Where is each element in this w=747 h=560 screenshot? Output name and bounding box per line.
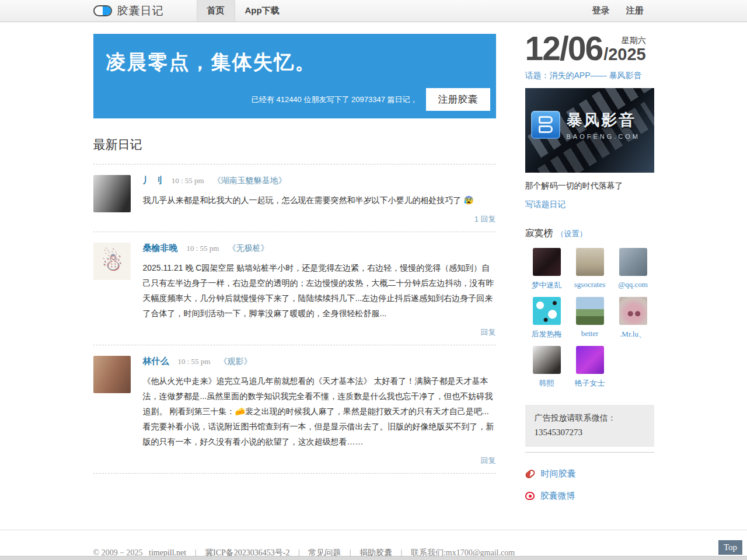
user-cell: 艳子女士 <box>568 346 612 388</box>
user-cell: better <box>568 297 612 340</box>
logo[interactable]: 胶囊日记 <box>93 0 164 22</box>
notebook-link[interactable]: 《无极桩》 <box>228 243 268 254</box>
user-cell: 韩熙 <box>525 346 568 388</box>
user-name-link[interactable]: 梦中迷乱 <box>532 280 562 290</box>
banner-headline: 凌晨零点，集体失忆。 <box>106 49 490 76</box>
banner-stats: 已经有 412440 位朋友写下了 20973347 篇日记， <box>252 94 418 105</box>
username-link[interactable]: 丿 刂 <box>143 175 163 186</box>
reply-link[interactable]: 回复 <box>481 456 496 465</box>
baofeng-brand-text: 暴风影音 <box>567 110 641 131</box>
auth-links: 登录 注册 <box>592 0 654 22</box>
time-capsule-link[interactable]: 时间胶囊 <box>525 468 654 480</box>
entry-content: 《他从火光中走来》追完立马追几年前就想看的《天才基本法》 太好看了！满脑子都是天… <box>143 373 496 449</box>
username-link[interactable]: 桑榆非晚 <box>143 243 178 254</box>
nav-app-download[interactable]: App下载 <box>235 0 289 22</box>
ad-box: 广告投放请联系微信： 13545307273 <box>525 405 654 447</box>
lonely-board-grid: 梦中迷乱 sgsocrates @qq.com 后发热梅 better .Mr.… <box>525 248 654 388</box>
nav-home[interactable]: 首页 <box>197 0 235 22</box>
date-day-month: 12/06 <box>525 34 603 63</box>
sidebar-divider <box>525 452 654 453</box>
diary-entry: 林什么 10 : 55 pm 《观影》 《他从火光中走来》追完立马追几年前就想看… <box>93 345 496 473</box>
user-name-link[interactable]: 艳子女士 <box>575 378 605 388</box>
diary-entry-list: 丿 刂 10 : 55 pm 《湖南玉貔貅基地》 我几乎从来都是和比我大的人一起… <box>93 164 496 474</box>
section-title-latest-diaries: 最新日记 <box>93 136 496 153</box>
lonely-board-settings-link[interactable]: （设置） <box>557 229 587 239</box>
entry-content: 2025.11.21 晚 C园架空层 贴墙站桩半小时，还是觉得左边紧，右边轻，慢… <box>143 260 496 321</box>
user-name-link[interactable]: 后发热梅 <box>532 329 562 340</box>
diary-entry: 桑榆非晚 10 : 55 pm 《无极桩》 2025.11.21 晚 C园架空层… <box>93 232 496 345</box>
reply-link[interactable]: 回复 <box>481 328 496 337</box>
hero-banner: 凌晨零点，集体失忆。 已经有 412440 位朋友写下了 20973347 篇日… <box>93 34 496 118</box>
capsule-icon <box>93 5 112 16</box>
user-cell: sgsocrates <box>568 248 612 290</box>
topic-caption: 那个解码一切的时代落幕了 <box>525 181 654 191</box>
ad-text: 广告投放请联系微信： <box>535 413 645 424</box>
entry-time: 10 : 55 pm <box>172 176 204 186</box>
user-name-link[interactable]: better <box>581 329 599 338</box>
user-avatar[interactable] <box>619 248 647 276</box>
notebook-link[interactable]: 《湖南玉貔貅基地》 <box>213 176 287 186</box>
weibo-icon <box>525 492 535 500</box>
user-avatar[interactable] <box>619 297 647 325</box>
topic-link[interactable]: 话题：消失的APP—— 暴风影音 <box>525 71 654 80</box>
register-capsule-button[interactable]: 注册胶囊 <box>426 88 490 111</box>
lonely-board-title: 寂寞榜 <box>525 228 553 240</box>
user-avatar[interactable] <box>533 297 561 325</box>
user-name-link[interactable]: sgsocrates <box>574 280 605 289</box>
horizontal-scrollbar[interactable] <box>0 556 747 560</box>
user-cell: .Mr.lu、 <box>612 297 655 340</box>
user-avatar[interactable] <box>533 248 561 276</box>
sidebar-links: 时间胶囊 胶囊微博 <box>525 468 654 502</box>
date-display: 12/06 星期六 /2025 <box>525 34 654 63</box>
user-cell: @qq.com <box>612 248 655 290</box>
date-year: /2025 <box>603 46 646 63</box>
user-avatar[interactable] <box>576 346 604 374</box>
entry-time: 10 : 55 pm <box>178 357 211 366</box>
top-navbar: 胶囊日记 首页 App下载 登录 注册 <box>0 0 747 22</box>
user-cell: 后发热梅 <box>525 297 568 340</box>
baofeng-logo-icon <box>531 111 560 139</box>
user-avatar[interactable] <box>576 248 604 276</box>
main-nav: 首页 App下载 <box>197 0 289 22</box>
entry-content: 我几乎从来都是和比我大的人一起玩，怎么现在需要突然和半岁以下小婴儿的相处技巧了 … <box>143 192 496 208</box>
write-topic-diary-link[interactable]: 写话题日记 <box>525 200 566 210</box>
capsule-icon <box>524 468 536 480</box>
user-name-link[interactable]: @qq.com <box>618 280 648 289</box>
login-link[interactable]: 登录 <box>592 5 610 16</box>
user-avatar[interactable] <box>93 243 131 280</box>
user-avatar[interactable] <box>533 346 561 374</box>
capsule-weibo-label: 胶囊微博 <box>540 491 575 502</box>
user-avatar[interactable] <box>93 356 131 393</box>
user-avatar[interactable] <box>576 297 604 325</box>
capsule-weibo-link[interactable]: 胶囊微博 <box>525 491 654 502</box>
user-name-link[interactable]: 韩熙 <box>539 378 554 388</box>
entry-time: 10 : 55 pm <box>187 244 219 253</box>
lonely-board-header: 寂寞榜 （设置） <box>525 228 654 240</box>
main-column: 凌晨零点，集体失忆。 已经有 412440 位朋友写下了 20973347 篇日… <box>93 34 496 502</box>
diary-entry: 丿 刂 10 : 55 pm 《湖南玉貔貅基地》 我几乎从来都是和比我大的人一起… <box>93 164 496 232</box>
notebook-link[interactable]: 《观影》 <box>219 356 252 367</box>
time-capsule-label: 时间胶囊 <box>541 468 576 480</box>
username-link[interactable]: 林什么 <box>143 356 169 367</box>
site-title: 胶囊日记 <box>117 4 164 19</box>
reply-link[interactable]: 1 回复 <box>474 215 496 223</box>
user-name-link[interactable]: .Mr.lu、 <box>620 329 646 340</box>
register-link[interactable]: 注册 <box>626 5 644 16</box>
sidebar: 12/06 星期六 /2025 话题：消失的APP—— 暴风影音 暴风影音 BA… <box>525 34 654 502</box>
user-cell: 梦中迷乱 <box>525 248 568 290</box>
topic-image[interactable]: 暴风影音 BAOFENG.COM <box>525 88 654 173</box>
back-to-top-button[interactable]: Top <box>718 540 742 555</box>
ad-wechat-number: 13545307273 <box>535 428 645 438</box>
user-avatar[interactable] <box>93 175 131 212</box>
baofeng-domain-text: BAOFENG.COM <box>567 133 641 140</box>
